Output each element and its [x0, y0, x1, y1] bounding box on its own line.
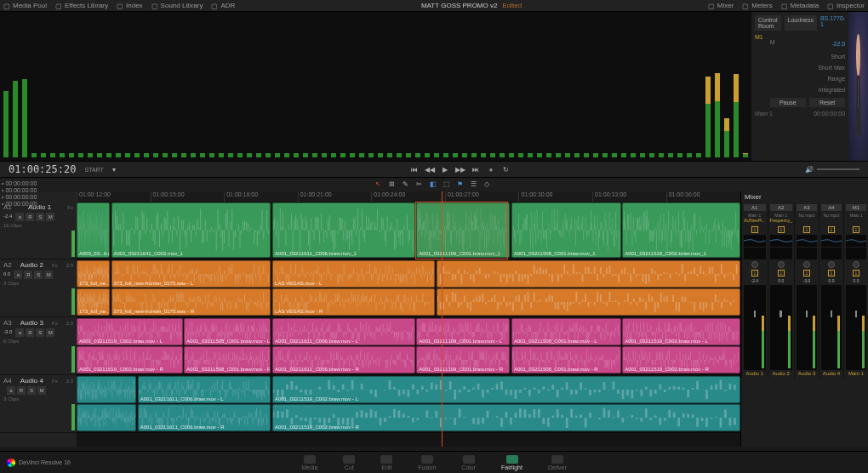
page-fusion[interactable]: Fusion — [418, 455, 436, 470]
audio-clip[interactable]: A001_03211641_C002.mov_1 — [111, 202, 271, 258]
audio-clip[interactable]: A001_03211519_C002.braw.mov_1 — [622, 202, 740, 258]
audio-clip[interactable] — [437, 260, 740, 288]
dynamics-graph[interactable] — [744, 248, 766, 259]
insert-slot[interactable]: 1 — [778, 226, 785, 233]
automation-tool[interactable]: ◇ — [484, 180, 493, 189]
audio-clip[interactable] — [77, 376, 136, 403]
fader-handle[interactable] — [831, 311, 832, 317]
fader-area[interactable] — [797, 285, 817, 370]
dynamics-graph[interactable] — [770, 248, 792, 259]
inspector-button[interactable]: ▢Inspector — [827, 2, 865, 9]
razor-tool[interactable]: ✂ — [416, 180, 425, 189]
audio-clip[interactable]: A001_03211611_C006.braw.mov - R — [138, 404, 271, 431]
page-cut[interactable]: Cut — [343, 455, 355, 470]
audio-clip[interactable]: A001_03211109_C001.braw.mov - L — [416, 318, 509, 345]
pan-knob[interactable] — [751, 261, 758, 268]
track-r-button[interactable]: R — [24, 271, 32, 279]
media-pool-button[interactable]: ▢Media Pool — [3, 2, 47, 9]
mixer-strip-a4[interactable]: A4 No Input 1 1 0.0 Audio 4 — [819, 202, 843, 379]
track-m-button[interactable]: M — [44, 271, 53, 279]
track-a3[interactable]: A001_03211519_C002.braw.mov - LA001_0321… — [77, 317, 740, 375]
fader-handle[interactable] — [754, 311, 757, 317]
track-header-a1[interactable]: A1Audio 1Fx -2.4aRSM 16 Clips — [0, 202, 77, 259]
flag-tool[interactable]: ⚑ — [457, 180, 465, 189]
track-a-button[interactable]: a — [14, 271, 22, 279]
audio-clip[interactable]: 173_full_ne... — [77, 260, 110, 288]
track-a-button[interactable]: a — [15, 213, 24, 221]
track-a2[interactable]: 173_full_ne...373_full_new-frontier_0175… — [77, 259, 740, 317]
audio-clip[interactable]: A001_03211519_C002.braw.mov - R — [272, 404, 740, 431]
video-viewer[interactable] — [848, 12, 868, 161]
track-a-button[interactable]: a — [7, 386, 15, 395]
eq-graph[interactable] — [744, 235, 766, 247]
meters-button[interactable]: ▢Meters — [742, 2, 772, 9]
tab-loudness[interactable]: Loudness — [785, 15, 817, 31]
pan-knob[interactable] — [778, 261, 785, 268]
dynamics-graph[interactable] — [821, 248, 842, 259]
page-fairlight[interactable]: Fairlight — [501, 455, 523, 470]
eq-graph[interactable] — [846, 235, 866, 247]
start-label[interactable]: START — [84, 167, 103, 173]
audio-clip[interactable]: A001_03211519_C002.braw.mov - R — [77, 346, 183, 373]
audio-clip[interactable]: A001_03211519_C002.braw.mov - R — [622, 346, 740, 373]
forward-button[interactable]: ▶▶ — [455, 164, 465, 174]
track-s-button[interactable]: S — [36, 328, 44, 337]
audio-clip[interactable]: A001_03211109_C001.braw.mov - R — [416, 346, 509, 373]
audio-clip[interactable]: LAS VEGAS.mov - L — [272, 260, 435, 288]
audio-clip[interactable]: 373_full_new-frontier_0175.wav - R — [111, 288, 271, 316]
speaker-icon[interactable]: 🔊 — [805, 166, 814, 174]
main-slot[interactable]: 1 — [803, 270, 810, 276]
playhead[interactable] — [442, 191, 443, 447]
selection-range[interactable] — [415, 202, 508, 259]
track-s-button[interactable]: S — [36, 213, 44, 221]
audio-clip[interactable] — [77, 404, 136, 431]
volume-slider[interactable] — [817, 168, 859, 170]
tab-control-room[interactable]: Control Room — [755, 15, 781, 31]
marker-tool[interactable]: ✎ — [403, 180, 411, 189]
audio-clip[interactable] — [437, 288, 740, 316]
pan-knob[interactable] — [803, 261, 810, 268]
mixer-strip-a3[interactable]: A3 No Input 1 1 -3.0 Audio 3 — [794, 202, 819, 379]
page-media[interactable]: Media — [301, 455, 317, 470]
pan-knob[interactable] — [853, 261, 859, 268]
track-header-a3[interactable]: A3Audio 3Fx2.0 -3.0aRSM 6 Clips — [0, 317, 77, 375]
prev-button[interactable]: ⏮ — [409, 164, 420, 174]
track-m-button[interactable]: M — [46, 213, 54, 221]
main-slot[interactable]: 1 — [853, 270, 859, 276]
eq-graph[interactable] — [797, 235, 817, 247]
link-tool[interactable]: ⬚ — [443, 180, 452, 189]
snap-tool[interactable]: ◧ — [430, 180, 438, 189]
mixer-strip-a2[interactable]: A2 Main 1 Frequency_ 1 1 0.0 Audio 2 — [768, 202, 794, 379]
fader-area[interactable] — [770, 285, 792, 370]
track-r-button[interactable]: R — [26, 328, 34, 337]
audio-clip[interactable]: A001_03211519_C002.braw.mov - L — [77, 318, 183, 345]
reset-button[interactable]: Reset — [809, 98, 845, 107]
next-button[interactable]: ⏭ — [471, 164, 481, 174]
fader-area[interactable] — [846, 285, 866, 370]
page-edit[interactable]: Edit — [380, 455, 392, 470]
audio-clip[interactable]: A001_03211611_C006.braw.mov_1 — [272, 202, 415, 258]
audio-clip[interactable]: LAS VEGAS.mov - R — [272, 288, 435, 316]
track-r-button[interactable]: R — [17, 386, 26, 395]
play-button[interactable]: ▶ — [440, 164, 450, 174]
main-slot[interactable]: 1 — [751, 270, 758, 276]
audio-clip[interactable]: A001_03211508_C001.braw.mov - L — [184, 318, 270, 345]
eq-graph[interactable] — [770, 235, 792, 247]
track-header-a4[interactable]: A4Audio 4Fx2.0 aRSM 3 Clips — [0, 375, 77, 433]
track-s-button[interactable]: S — [34, 271, 43, 279]
track-a4[interactable]: A001_03211611_C006.braw.mov - LA001_0321… — [77, 375, 740, 433]
dropdown-icon[interactable]: ▾ — [112, 166, 116, 174]
fader-handle[interactable] — [779, 311, 782, 317]
fader-handle[interactable] — [855, 311, 857, 317]
audio-clip[interactable]: A001_03211519_C002.braw.mov - L — [272, 376, 740, 403]
metadata-button[interactable]: ▢Metadata — [781, 2, 819, 9]
loop-button[interactable]: ↻ — [501, 164, 511, 174]
rewind-button[interactable]: ◀◀ — [425, 164, 435, 174]
dynamics-graph[interactable] — [797, 248, 817, 259]
audio-clip[interactable]: A001_03211611_C006.braw.mov - L — [272, 318, 415, 345]
dynamics-graph[interactable] — [846, 248, 866, 259]
page-color[interactable]: Color — [461, 455, 476, 470]
fader-area[interactable] — [821, 285, 842, 370]
fader-area[interactable] — [744, 285, 766, 370]
page-deliver[interactable]: Deliver — [548, 455, 567, 470]
